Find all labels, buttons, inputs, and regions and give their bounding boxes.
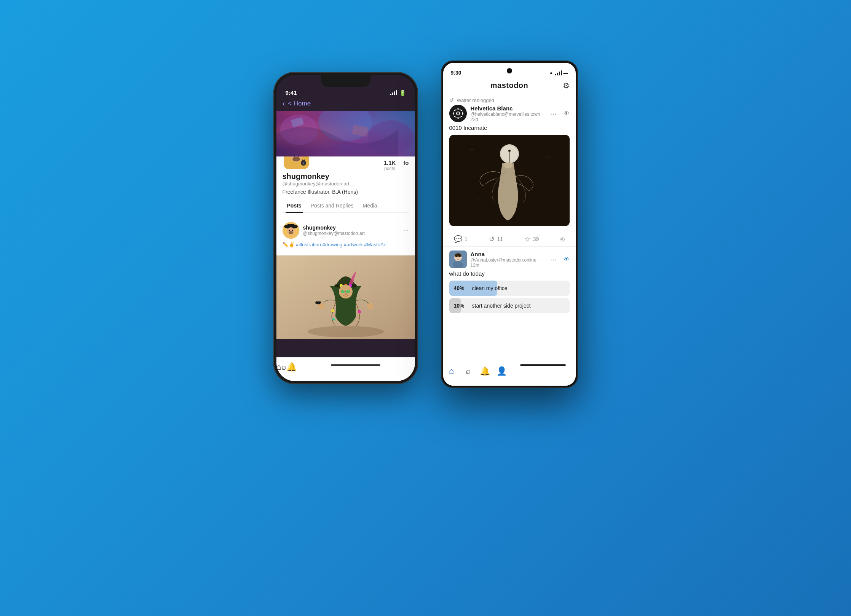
notifications-tab[interactable]: 🔔 (477, 363, 493, 380)
signal-icon (390, 90, 397, 95)
tab-posts[interactable]: Posts (283, 199, 306, 212)
phone-right: 9:30 ▲ ▬ mastodon ⚙ (441, 61, 578, 388)
svg-point-12 (292, 157, 300, 161)
phone-left-screen: 9:41 🔋 ‹ < Home (276, 75, 415, 381)
poll-label-2: start another side project (472, 303, 531, 309)
artwork-image (449, 135, 570, 226)
tab-posts-replies[interactable]: Posts and Replies (306, 199, 358, 212)
svg-point-21 (289, 230, 290, 231)
svg-rect-34 (346, 290, 350, 293)
cover-art (276, 111, 415, 156)
boost-action[interactable]: ↺ 11 (489, 235, 503, 243)
favorite-count: 39 (533, 236, 539, 242)
post-header: shugmonkey @shugmonkey@mastodon.art ··· (283, 222, 409, 239)
svg-point-36 (345, 293, 347, 295)
punch-hole (507, 68, 512, 73)
profile-bio: Freelance Illustrator. B.A (Hons) (283, 189, 409, 195)
profile-tab[interactable]: 👤 (493, 363, 510, 380)
poll-option-1[interactable]: 40% clean my office (449, 281, 570, 296)
posts-label: posts (384, 166, 396, 171)
svg-point-41 (358, 310, 361, 313)
back-arrow-icon: ‹ (283, 99, 285, 108)
phones-container: 9:41 🔋 ‹ < Home (273, 61, 578, 555)
comment-count: 1 (465, 236, 468, 242)
feed-post-1: Helvetica Blanc @helveticablanc@merveill… (443, 105, 576, 231)
feed-avatar-2 (449, 251, 467, 268)
search-tab[interactable]: ⌕ (460, 363, 477, 380)
phone-left: 9:41 🔋 ‹ < Home (273, 72, 418, 384)
feed-user-info-2: Anna @AnnaLosier@mastodon.online · 13m (471, 251, 546, 268)
post2-eye-icon[interactable]: 👁 (564, 256, 570, 263)
favorite-action[interactable]: ☆ 39 (525, 235, 539, 243)
svg-rect-50 (462, 113, 463, 114)
feed-username-2: Anna (471, 251, 546, 257)
boost-count: 11 (497, 236, 503, 242)
post-more-icon[interactable]: ··· (403, 227, 409, 235)
profile-stats: 1.1K posts fo (376, 156, 409, 171)
post-actions: 💬 1 ↺ 11 ☆ 39 ⎋ (443, 231, 576, 247)
search-nav-icon[interactable]: ⌕ (281, 362, 286, 372)
mastodon-header: mastodon ⚙ (443, 79, 576, 94)
post1-more-button[interactable]: ··· (550, 110, 557, 117)
feed-user-info-1: Helvetica Blanc @helveticablanc@merveill… (471, 105, 546, 122)
feed-post-2: Anna @AnnaLosier@mastodon.online · 13m ·… (443, 247, 576, 320)
notifications-nav-icon[interactable]: 🔔 (286, 362, 297, 372)
svg-point-58 (508, 150, 511, 152)
profile-cover (276, 111, 415, 156)
battery-icon-right: ▬ (564, 70, 568, 75)
post-avatar (283, 222, 299, 239)
svg-rect-48 (457, 117, 458, 119)
poll-pct-1: 40% (454, 285, 468, 291)
feed-post-2-header: Anna @AnnaLosier@mastodon.online · 13m ·… (449, 251, 570, 268)
home-nav-icon[interactable]: ⌂ (276, 362, 281, 372)
comment-icon: 💬 (454, 235, 462, 243)
tab-media[interactable]: Media (358, 199, 382, 212)
post-item: shugmonkey @shugmonkey@mastodon.art ··· … (276, 217, 415, 255)
followers-count: fo (403, 160, 409, 166)
back-header[interactable]: ‹ < Home (276, 96, 415, 111)
post2-text: what do today (449, 270, 570, 277)
home-indicator (331, 364, 380, 366)
reblog-indicator: ↺ Walter reblogged (443, 94, 576, 105)
post2-more-button[interactable]: ··· (550, 255, 557, 263)
svg-point-23 (289, 231, 293, 234)
post-user-info: shugmonkey @shugmonkey@mastodon.art (303, 225, 399, 236)
svg-point-22 (292, 230, 293, 231)
post1-text: 0010 Incarnate (449, 124, 570, 131)
feed-avatar-1 (449, 105, 467, 122)
home-tab[interactable]: ⌂ (443, 363, 460, 380)
svg-rect-49 (453, 113, 454, 114)
feed-post-1-header: Helvetica Blanc @helveticablanc@merveill… (449, 105, 570, 122)
svg-rect-33 (341, 290, 345, 293)
share-action[interactable]: ⎋ (560, 235, 565, 243)
status-time-right: 9:30 (451, 70, 461, 76)
battery-icon: 🔋 (399, 90, 406, 96)
signal-icon-right (555, 70, 562, 75)
feed-handle-2: @AnnaLosier@mastodon.online · 13m (471, 257, 546, 268)
svg-point-38 (367, 303, 373, 309)
svg-point-26 (308, 326, 384, 337)
post-handle: @shugmonkey@mastodon.art (303, 231, 399, 236)
feed-username-1: Helvetica Blanc (471, 105, 546, 112)
status-time-left: 9:41 (286, 89, 297, 96)
post1-eye-icon[interactable]: 👁 (564, 110, 570, 117)
back-label[interactable]: < Home (288, 100, 311, 107)
poll-label-1: clean my office (472, 285, 508, 291)
profile-handle: @shugmonkey@mastodon.art (283, 181, 409, 187)
share-icon: ⎋ (560, 235, 565, 243)
notch (321, 75, 370, 87)
svg-point-42 (332, 318, 335, 321)
profile-tabs: Posts Posts and Replies Media (283, 199, 409, 213)
poll-option-2[interactable]: 10% start another side project (449, 298, 570, 313)
settings-icon[interactable]: ⚙ (563, 81, 570, 90)
svg-rect-47 (457, 108, 458, 110)
star-icon: ☆ (525, 235, 531, 243)
comment-action[interactable]: 💬 1 (454, 235, 468, 243)
svg-point-40 (331, 309, 334, 312)
status-icons: ▲ ▬ (549, 70, 568, 75)
reblog-icon: ↺ (449, 97, 454, 103)
boost-icon: ↺ (489, 235, 495, 243)
poll-pct-2: 10% (454, 303, 468, 309)
bottom-indicator (520, 364, 566, 366)
svg-point-39 (316, 301, 318, 303)
